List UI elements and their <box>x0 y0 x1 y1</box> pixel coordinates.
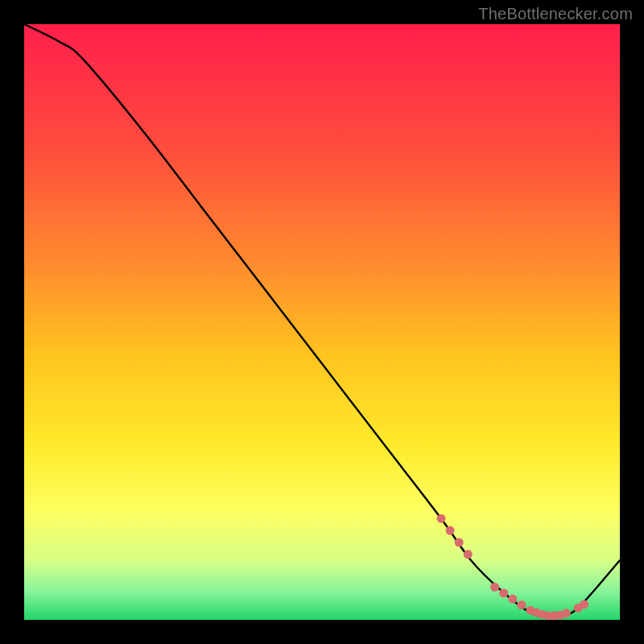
highlight-dot <box>508 595 517 604</box>
highlight-dot <box>517 601 526 609</box>
bottleneck-chart <box>24 24 620 620</box>
attribution-text: TheBottlenecker.com <box>478 5 633 23</box>
highlight-dot <box>562 609 571 617</box>
highlight-dot <box>490 583 499 592</box>
highlight-dot <box>464 550 473 559</box>
chart-frame: TheBottlenecker.com <box>0 0 644 644</box>
highlight-dot <box>499 588 508 597</box>
highlight-dot <box>580 600 588 609</box>
highlight-dot <box>437 514 446 523</box>
highlight-dot <box>455 538 464 547</box>
highlight-dot <box>446 526 455 535</box>
gradient-background <box>24 24 620 620</box>
